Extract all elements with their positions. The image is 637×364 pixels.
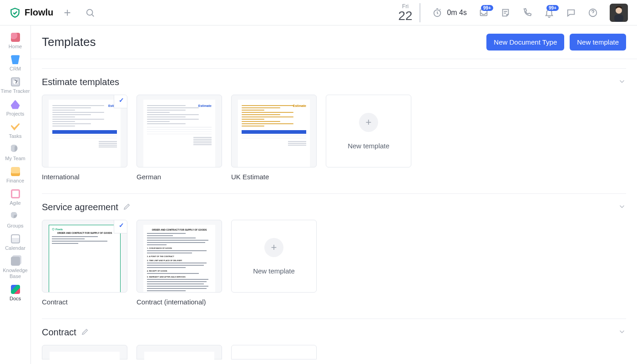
section-contract: Contract	[31, 309, 637, 363]
nav-time-tracker[interactable]: Time Tracker	[0, 75, 30, 97]
page-title: Templates	[42, 35, 96, 49]
pencil-icon	[81, 328, 89, 336]
section-title: Service agreement	[42, 202, 118, 212]
template-card-contract[interactable]: Flowlu ORDER AND CONTRACT FOR SUPPLY OF …	[42, 220, 127, 306]
template-card-contract-international[interactable]: ORDER AND CONTRACT FOR SUPPLY OF GOODS 1…	[136, 220, 222, 306]
notes-button[interactable]	[500, 8, 511, 18]
time-icon	[11, 77, 20, 86]
plus-circle-icon: +	[264, 238, 283, 257]
avatar-icon	[610, 4, 628, 22]
nav-finance[interactable]: Finance	[0, 164, 30, 187]
inbox-button[interactable]: 99+	[479, 8, 489, 18]
tasks-icon	[11, 122, 20, 131]
left-nav: Home CRM Time Tracker Projects Tasks My …	[0, 25, 31, 364]
nav-docs[interactable]: Docs	[0, 282, 30, 304]
calls-button[interactable]	[522, 8, 532, 18]
pencil-icon	[123, 202, 131, 211]
note-icon	[500, 8, 511, 18]
add-button[interactable]	[62, 8, 72, 18]
nav-my-team[interactable]: My Team	[0, 142, 30, 164]
new-template-label: New template	[348, 142, 389, 150]
nav-tasks[interactable]: Tasks	[0, 120, 30, 142]
new-template-label: New template	[253, 267, 295, 275]
docs-icon	[11, 285, 20, 294]
page-header: Templates New Document Type New template	[31, 25, 637, 59]
template-card-placeholder[interactable]	[42, 345, 127, 359]
section-collapse-toggle[interactable]	[618, 328, 626, 338]
brand-logo[interactable]: Flowlu	[9, 7, 53, 19]
template-card-uk-estimate[interactable]: Estimate UK Estimate	[231, 95, 317, 181]
svg-rect-5	[614, 15, 623, 22]
main-content: Templates New Document Type New template…	[31, 25, 637, 364]
timer-widget[interactable]: 0m 4s	[432, 8, 467, 18]
date-display[interactable]: Fri 22	[398, 3, 420, 22]
template-card-german[interactable]: Estimate German	[136, 95, 222, 181]
edit-section-button[interactable]	[123, 202, 131, 212]
nav-label: Calendar	[0, 245, 30, 251]
section-title: Estimate templates	[42, 77, 119, 87]
nav-label: Docs	[0, 296, 30, 302]
nav-projects[interactable]: Projects	[0, 97, 30, 120]
template-card-placeholder[interactable]	[136, 345, 222, 359]
new-document-type-button[interactable]: New Document Type	[486, 34, 564, 51]
search-button[interactable]	[85, 8, 95, 18]
help-button[interactable]	[588, 8, 598, 18]
chevron-down-icon	[618, 202, 626, 211]
plus-icon	[62, 8, 72, 18]
nav-label: Time Tracker	[0, 88, 30, 94]
nav-label: Tasks	[0, 133, 30, 139]
agile-icon	[11, 189, 20, 198]
nav-calendar[interactable]: Calendar	[0, 232, 30, 254]
section-estimate-templates: Estimate templates Estim	[31, 59, 637, 184]
nav-label: Agile	[0, 200, 30, 206]
template-label: UK Estimate	[231, 173, 317, 181]
home-icon	[11, 33, 20, 42]
plus-circle-icon: +	[359, 113, 378, 132]
template-card-international[interactable]: Estim International	[42, 95, 127, 181]
crm-icon	[11, 55, 20, 64]
user-avatar[interactable]	[610, 4, 628, 22]
date-number: 22	[398, 10, 412, 22]
template-card-placeholder[interactable]	[231, 345, 317, 359]
section-collapse-toggle[interactable]	[618, 202, 626, 212]
edit-section-button[interactable]	[81, 328, 89, 338]
chat-icon	[566, 8, 576, 18]
new-template-button[interactable]: New template	[570, 34, 626, 51]
finance-icon	[11, 167, 20, 176]
nav-label: Finance	[0, 178, 30, 184]
inbox-badge: 99+	[481, 5, 493, 11]
nav-crm[interactable]: CRM	[0, 52, 30, 75]
topbar: Flowlu Fri 22 0m 4s 99+	[0, 0, 637, 25]
nav-home[interactable]: Home	[0, 30, 30, 52]
template-label: German	[136, 173, 222, 181]
section-service-agreement: Service agreement Flowlu ORDER AND CONTR…	[31, 184, 637, 309]
nav-label: My Team	[0, 156, 30, 162]
template-label: Contract	[42, 298, 127, 306]
calendar-icon	[11, 234, 20, 243]
groups-icon	[11, 212, 20, 221]
new-template-card[interactable]: + New template	[326, 95, 411, 167]
messages-button[interactable]	[566, 8, 576, 18]
template-label: Contract (international)	[136, 298, 222, 306]
logo-shield-icon	[9, 7, 21, 19]
projects-icon	[11, 100, 20, 109]
nav-knowledge-base[interactable]: Knowledge Base	[0, 254, 30, 282]
new-template-card[interactable]: + New template	[231, 220, 317, 293]
nav-label: Home	[0, 44, 30, 50]
nav-label: Knowledge Base	[0, 268, 30, 279]
notifications-button[interactable]: 99+	[544, 8, 554, 18]
team-icon	[11, 145, 20, 154]
svg-point-0	[87, 9, 93, 15]
nav-label: Projects	[0, 111, 30, 117]
search-icon	[85, 8, 95, 18]
template-label: International	[42, 173, 127, 181]
notifications-badge: 99+	[546, 5, 559, 11]
nav-agile[interactable]: Agile	[0, 187, 30, 209]
section-collapse-toggle[interactable]	[618, 77, 626, 87]
chevron-down-icon	[618, 77, 626, 86]
brand-name: Flowlu	[25, 7, 53, 18]
stopwatch-icon	[432, 8, 442, 18]
kb-icon	[11, 257, 20, 266]
help-icon	[588, 8, 598, 18]
nav-groups[interactable]: Groups	[0, 209, 30, 232]
